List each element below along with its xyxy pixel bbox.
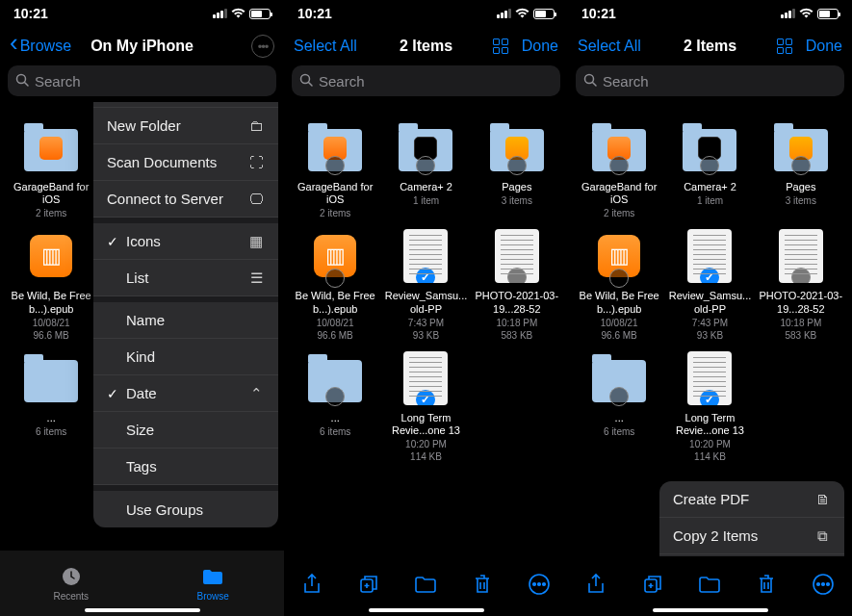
grid-icon: ▦: [247, 233, 265, 250]
clock-icon: [61, 566, 82, 589]
selection-ring-icon: [325, 387, 345, 406]
menu-sort-size[interactable]: Size: [93, 412, 278, 449]
duplicate-button[interactable]: [358, 574, 379, 599]
menu-view-icons[interactable]: ✓Icons▦: [93, 223, 278, 260]
duplicate-button[interactable]: [642, 574, 663, 599]
select-all-button[interactable]: Select All: [294, 38, 361, 55]
svg-line-1: [25, 82, 29, 86]
tab-label: Recents: [53, 591, 89, 602]
search-field[interactable]: Search: [292, 65, 560, 96]
file-item[interactable]: PHOTO-2021-03-19...28-52 10:18 PM583 KB: [756, 228, 846, 340]
document-icon: [495, 229, 539, 283]
file-item[interactable]: ... 6 items: [6, 350, 96, 462]
selection-ring-icon: [609, 387, 629, 406]
item-name: Pages: [786, 181, 815, 193]
menu-view-list[interactable]: List☰: [93, 260, 278, 296]
file-item[interactable]: PHOTO-2021-03-19...28-52 10:18 PM583 KB: [472, 228, 562, 340]
file-item[interactable]: ✓ Long Term Revie...one 13 10:20 PM114 K…: [664, 350, 755, 462]
file-item[interactable]: Pages 3 items: [756, 119, 846, 218]
menu-copy-items[interactable]: Copy 2 Items⧉: [659, 518, 844, 554]
item-count: 3 items: [502, 195, 532, 206]
item-count: 6 items: [320, 426, 350, 437]
file-item[interactable]: GarageBand for iOS 2 items: [574, 119, 664, 218]
selection-ring-icon: [507, 268, 527, 283]
file-item[interactable]: ✓ Review_Samsu...old-PP 7:43 PM93 KB: [664, 228, 755, 340]
item-name: ...: [331, 412, 340, 424]
delete-button[interactable]: [757, 574, 776, 599]
check-icon: ✓: [107, 234, 120, 249]
nav-bar: Select All 2 Items Done: [568, 27, 852, 65]
share-button[interactable]: [585, 573, 607, 600]
file-item[interactable]: ... 6 items: [574, 350, 664, 462]
tab-browse[interactable]: Browse: [142, 551, 285, 616]
file-item[interactable]: Camera+ 2 1 item: [380, 119, 471, 218]
battery-icon: [533, 9, 555, 19]
selection-ring-icon: [325, 156, 345, 175]
file-item[interactable]: ▥ Be Wild, Be Free b...).epub 10/08/21 9…: [6, 228, 96, 340]
view-toggle-button[interactable]: [493, 38, 508, 54]
file-item[interactable]: ▥ Be Wild, Be Free b...).epub 10/08/2196…: [290, 228, 380, 340]
back-button[interactable]: Browse: [10, 37, 77, 57]
signal-icon: [497, 9, 511, 18]
selection-ring-icon: [325, 269, 345, 288]
item-name: PHOTO-2021-03-19...28-52: [759, 290, 843, 315]
item-name: Long Term Revie...one 13: [383, 412, 468, 437]
item-date: 10/08/21: [33, 318, 70, 328]
item-name: GarageBand for iOS: [293, 181, 377, 206]
menu-connect-server[interactable]: Connect to Server🖵: [93, 181, 278, 218]
view-toggle-button[interactable]: [777, 38, 792, 54]
item-size: 114 KB: [694, 451, 726, 462]
wifi-icon: [515, 7, 529, 21]
item-name: Be Wild, Be Free b...).epub: [577, 290, 661, 315]
nav-title: 2 Items: [645, 38, 775, 55]
signal-icon: [781, 9, 795, 18]
share-button[interactable]: [301, 573, 323, 600]
done-button[interactable]: Done: [522, 38, 558, 55]
content-area: GarageBand for iOS 2 items Camera+ 2 1 i…: [284, 102, 568, 579]
server-icon: 🖵: [247, 191, 265, 207]
home-indicator[interactable]: [653, 608, 768, 612]
battery-icon: [817, 9, 839, 19]
menu-sort-name[interactable]: Name: [93, 302, 278, 339]
search-icon: [15, 73, 29, 90]
tab-recents[interactable]: Recents: [0, 551, 142, 616]
move-button[interactable]: [414, 575, 437, 598]
file-item[interactable]: Camera+ 2 1 item: [664, 119, 755, 218]
home-indicator[interactable]: [369, 608, 484, 612]
file-item[interactable]: ✓ Review_Samsu...old-PP 7:43 PM93 KB: [380, 228, 471, 340]
search-field[interactable]: Search: [576, 65, 844, 96]
nav-bar: Browse On My iPhone •••: [0, 27, 284, 65]
menu-new-folder[interactable]: New Folder🗀: [93, 108, 278, 144]
selection-toolbar: [284, 556, 568, 616]
svg-line-4: [309, 82, 313, 86]
document-icon: [779, 229, 823, 283]
file-item[interactable]: GarageBand for iOS 2 items: [6, 119, 96, 218]
home-indicator[interactable]: [85, 608, 200, 612]
select-all-button[interactable]: Select All: [578, 38, 645, 55]
item-size: 96.6 MB: [318, 330, 353, 341]
file-item[interactable]: ✓ Long Term Revie...one 13 10:20 PM114 K…: [380, 350, 471, 462]
item-count: 1 item: [697, 195, 723, 206]
delete-button[interactable]: [473, 574, 492, 599]
menu-create-pdf[interactable]: Create PDF🗎: [659, 481, 844, 518]
more-actions-button[interactable]: [812, 573, 835, 600]
done-button[interactable]: Done: [806, 38, 842, 55]
item-name: Be Wild, Be Free b...).epub: [293, 290, 377, 315]
menu-sort-date[interactable]: ✓Date⌃: [93, 375, 278, 412]
file-item[interactable]: Pages 3 items: [472, 119, 562, 218]
item-name: ...: [47, 412, 56, 424]
file-item[interactable]: ... 6 items: [290, 350, 380, 462]
file-item[interactable]: ▥ Be Wild, Be Free b...).epub 10/08/2196…: [574, 228, 664, 340]
menu-sort-tags[interactable]: Tags: [93, 449, 278, 485]
more-actions-button[interactable]: [528, 573, 551, 600]
menu-scan-documents[interactable]: Scan Documents⛶: [93, 144, 278, 181]
move-button[interactable]: [698, 575, 721, 598]
menu-sort-kind[interactable]: Kind: [93, 339, 278, 375]
file-item[interactable]: GarageBand for iOS 2 items: [290, 119, 380, 218]
menu-use-groups[interactable]: Use Groups: [93, 491, 278, 527]
search-field[interactable]: Search: [8, 65, 276, 96]
more-button[interactable]: •••: [251, 35, 274, 58]
item-size: 583 KB: [501, 330, 532, 341]
phone-screen-1: 10:21 Browse On My iPhone ••• Search Gar…: [0, 0, 284, 616]
selection-ring-icon: [416, 156, 435, 175]
